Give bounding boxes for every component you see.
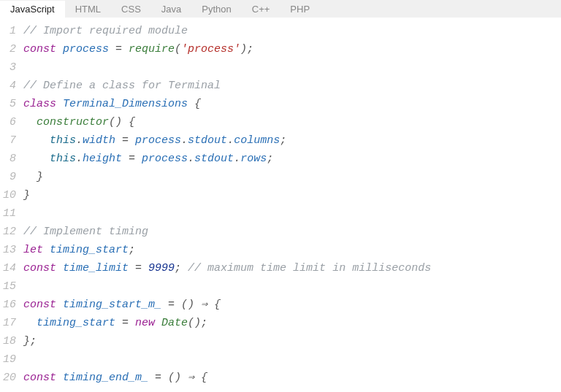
line-number: 8 (0, 150, 23, 168)
line-number: 18 (0, 332, 23, 350)
line-number: 2 (0, 40, 23, 58)
code-line: 19 (0, 350, 561, 369)
code-line: 20 const timing_end_m_ = () ⇒ { (0, 369, 561, 387)
line-number: 16 (0, 296, 23, 314)
code-line: 5 class Terminal_Dimensions { (0, 95, 561, 113)
code-line: 14 const time_limit = 9999; // maximum t… (0, 259, 561, 277)
tab-css[interactable]: CSS (111, 1, 151, 18)
line-number: 6 (0, 113, 23, 131)
code-line: 3 (0, 58, 561, 77)
code-line: 16 const timing_start_m_ = () ⇒ { (0, 296, 561, 314)
code-line: 13 let timing_start; (0, 241, 561, 259)
tab-html[interactable]: HTML (65, 1, 111, 18)
code-line: 17 timing_start = new Date(); (0, 314, 561, 332)
line-number: 20 (0, 369, 23, 387)
code-line: 11 (0, 204, 561, 223)
line-number: 17 (0, 314, 23, 332)
line-number: 1 (0, 22, 23, 40)
tab-javascript[interactable]: JavaScript (0, 1, 65, 18)
code-line: 9 } (0, 168, 561, 186)
tab-cpp[interactable]: C++ (242, 1, 280, 18)
code-line: 8 this.height = process.stdout.rows; (0, 150, 561, 168)
code-line: 12 // Implement timing (0, 223, 561, 241)
line-number: 15 (0, 277, 23, 296)
code-line: 2 const process = require('process'); (0, 40, 561, 58)
line-number: 12 (0, 223, 23, 241)
code-line: 7 this.width = process.stdout.columns; (0, 131, 561, 150)
line-number: 9 (0, 168, 23, 186)
tab-php[interactable]: PHP (280, 1, 320, 18)
code-line: 10 } (0, 186, 561, 204)
language-tabs: JavaScript HTML CSS Java Python C++ PHP (0, 0, 561, 18)
line-number: 3 (0, 58, 23, 77)
code-editor[interactable]: 1 // Import required module 2 const proc… (0, 18, 561, 387)
code-line: 6 constructor() { (0, 113, 561, 131)
line-number: 5 (0, 95, 23, 113)
code-line: 15 (0, 277, 561, 296)
line-number: 4 (0, 77, 23, 95)
line-number: 7 (0, 131, 23, 150)
tab-java[interactable]: Java (151, 1, 191, 18)
code-line: 18 }; (0, 332, 561, 350)
line-number: 13 (0, 241, 23, 259)
line-number: 19 (0, 350, 23, 369)
code-line: 4 // Define a class for Terminal (0, 77, 561, 95)
line-number: 11 (0, 204, 23, 223)
line-number: 10 (0, 186, 23, 204)
code-line: 1 // Import required module (0, 22, 561, 40)
tab-python[interactable]: Python (191, 1, 241, 18)
line-number: 14 (0, 259, 23, 277)
